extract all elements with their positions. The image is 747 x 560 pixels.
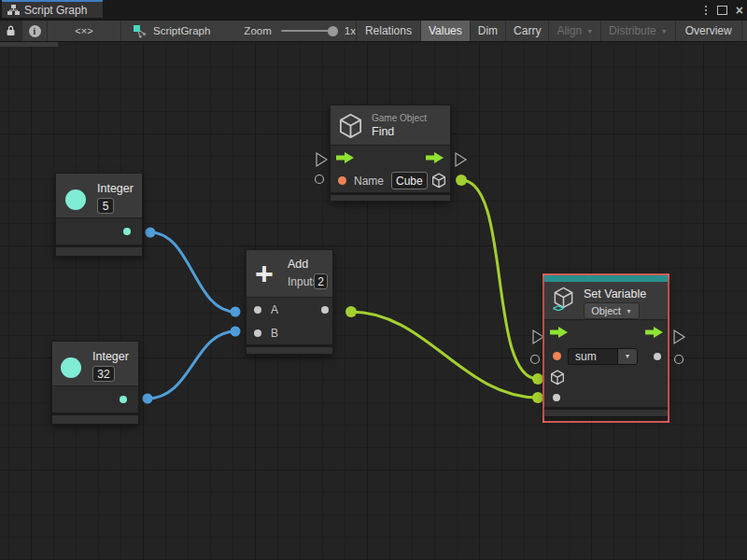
integer-type-icon (61, 357, 81, 378)
flow-input-arrow-icon[interactable] (336, 152, 355, 163)
wire-integer32-to-add-b[interactable] (148, 331, 235, 399)
node-integer-5[interactable]: Integer 5 (55, 173, 143, 257)
node-integer-32[interactable]: Integer 32 (51, 341, 139, 425)
dropdown-arrow-icon: ▼ (626, 308, 632, 315)
lock-button[interactable] (0, 21, 22, 41)
toolbar-button-distribute[interactable]: Distribute ▼ (601, 21, 676, 41)
find-name-input-port[interactable] (338, 176, 346, 185)
add-header: + Add Inputs 2 (247, 250, 332, 298)
zoom-label: Zoom (244, 25, 271, 36)
script-graph-icon (133, 24, 147, 38)
add-input-b-port[interactable] (254, 329, 261, 337)
graph-canvas[interactable]: Integer 5 Integer 32 + Add (0, 42, 747, 560)
toolbar-middle-group: ScriptGraph Zoom 1x (121, 21, 356, 41)
find-category-label: Game Object (372, 113, 427, 123)
variable-value-input-port[interactable] (553, 394, 560, 401)
find-name-row: Name Cube (331, 169, 450, 192)
window-controls: × (703, 0, 743, 20)
add-input-a-port[interactable] (254, 306, 261, 314)
integer-32-output-row (52, 386, 138, 413)
zoom-slider-handle[interactable] (328, 26, 338, 36)
toolbar-button-align[interactable]: Align ▼ (549, 21, 601, 41)
toolbar-button-fullscreen[interactable]: Full Screen (742, 21, 747, 41)
setvariable-flow-out-marker[interactable] (674, 330, 684, 343)
game-object-result-icon (431, 173, 446, 189)
set-variable-flow-row (544, 320, 668, 344)
node-title: Find (372, 125, 394, 138)
variable-name-dropdown-button[interactable]: ▼ (617, 348, 638, 365)
find-name-value-field[interactable]: Cube (391, 172, 428, 189)
flow-output-arrow-icon[interactable] (426, 152, 444, 163)
add-input-b-row: B (247, 321, 332, 344)
node-title: Integer (92, 350, 129, 363)
variable-name-combo[interactable]: sum ▼ (568, 348, 638, 365)
variable-name-input-port[interactable] (553, 352, 561, 360)
find-flow-in-marker[interactable] (317, 153, 327, 166)
variable-value-output-port[interactable] (654, 353, 661, 360)
set-variable-object-row (544, 368, 668, 387)
node-title: Integer (97, 182, 134, 195)
add-inputs-count-field[interactable]: 2 (314, 273, 328, 289)
integer-type-icon (65, 189, 86, 210)
window-menu-icon[interactable] (703, 4, 709, 17)
setvariable-value-out-marker[interactable] (675, 356, 684, 364)
integer-32-value-field[interactable]: 32 (92, 366, 115, 382)
toolbar-button-overview[interactable]: Overview (676, 21, 742, 41)
wire-integer5-to-add-a[interactable] (150, 232, 235, 312)
node-set-variable-selection-border: <> Set Variable Object ▼ s (543, 273, 669, 423)
align-dropdown-icon: ▼ (586, 28, 593, 35)
integer-32-output-port[interactable] (120, 396, 127, 403)
zoom-value: 1x (345, 25, 356, 36)
zoom-slider[interactable] (281, 30, 335, 32)
maximize-icon[interactable] (717, 6, 727, 15)
find-flow-row (331, 146, 450, 169)
node-set-variable[interactable]: <> Set Variable Object ▼ s (544, 275, 668, 416)
node-game-object-find[interactable]: Game Object Find Name Cube (330, 105, 451, 202)
set-variable-name-row: sum ▼ (544, 344, 668, 368)
integer-5-header: Integer 5 (56, 174, 142, 218)
find-header: Game Object Find (331, 105, 450, 146)
integer-5-output-row (56, 218, 142, 245)
toolbar-button-relations[interactable]: Relations (356, 21, 421, 41)
add-footer (247, 344, 332, 354)
variable-angle-brackets-icon: <> (553, 302, 563, 314)
info-icon: i (29, 25, 41, 37)
distribute-dropdown-icon: ▼ (661, 28, 668, 35)
node-add[interactable]: + Add Inputs 2 A B (246, 249, 333, 355)
toolbar-button-carry[interactable]: Carry (506, 21, 549, 41)
integer-5-output-port[interactable] (123, 228, 131, 235)
find-flow-out-marker[interactable] (456, 153, 466, 166)
toolbar-button-dim[interactable]: Dim (471, 21, 506, 41)
wire-find-to-setvariable-object[interactable] (461, 180, 538, 379)
integer-32-footer (52, 413, 138, 424)
integer-5-value-field[interactable]: 5 (97, 198, 114, 214)
canvas-scroll-strip[interactable] (0, 42, 58, 47)
set-variable-footer (544, 407, 668, 416)
add-input-a-label: A (271, 303, 278, 316)
graph-hierarchy-icon (7, 5, 20, 15)
node-title: Set Variable (584, 287, 646, 301)
set-variable-value-row (544, 387, 668, 407)
variable-scope-dropdown[interactable]: Object ▼ (584, 302, 640, 319)
find-value-in-marker[interactable] (316, 175, 324, 184)
integer-32-header: Integer 32 (52, 342, 138, 386)
game-object-cube-icon (338, 113, 363, 139)
toolbar-button-values[interactable]: Values (421, 21, 471, 41)
node-title: Add (288, 258, 308, 271)
flow-output-arrow-icon[interactable] (645, 327, 664, 338)
info-button[interactable]: i (22, 21, 48, 41)
flow-input-arrow-icon[interactable] (550, 327, 569, 338)
add-output-port[interactable] (321, 306, 329, 314)
graph-name-label: ScriptGraph (153, 25, 210, 36)
close-icon[interactable]: × (736, 4, 743, 17)
setvariable-value-in-marker[interactable] (531, 356, 540, 364)
tab-script-graph[interactable]: Script Graph (2, 0, 103, 18)
toolbar-right-group: Relations Values Dim Carry Align ▼ Distr… (356, 21, 747, 41)
unity-script-graph-window: Script Graph × i <×> (0, 0, 747, 560)
code-view-button[interactable]: <×> (48, 21, 121, 41)
game-object-input-icon[interactable] (550, 370, 565, 385)
wire-add-to-setvariable-value[interactable] (351, 312, 538, 398)
add-plus-icon: + (255, 261, 274, 286)
integer-5-footer (56, 245, 142, 256)
set-variable-accent-strip (544, 275, 668, 282)
